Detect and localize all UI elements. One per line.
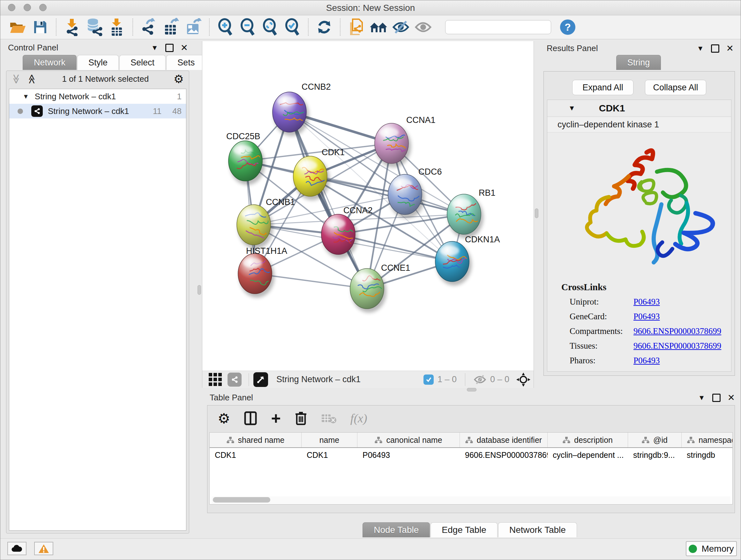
tab-node-table[interactable]: Node Table — [362, 522, 430, 537]
panel-menu-icon[interactable]: ▼ — [698, 394, 705, 402]
network-node[interactable] — [435, 241, 472, 286]
column-network-icon — [642, 436, 650, 443]
expand-all-button[interactable]: Expand All — [572, 80, 633, 95]
column-header-database-identifier[interactable]: database identifier — [460, 433, 548, 447]
search-input[interactable] — [449, 22, 549, 32]
hide-selected-button[interactable] — [392, 17, 410, 37]
create-column-plus-icon[interactable]: + — [271, 410, 280, 427]
help-button[interactable]: ? — [560, 19, 576, 35]
network-row[interactable]: String Network – cdk1 11 48 — [9, 104, 186, 118]
expand-all-networks-icon[interactable]: ≫ — [11, 74, 22, 84]
tab-network-table[interactable]: Network Table — [498, 522, 577, 537]
eye-icon — [414, 20, 432, 34]
collapse-all-button[interactable]: Collapse All — [645, 80, 706, 95]
zoom-fit-button[interactable] — [261, 17, 279, 37]
network-collection-row[interactable]: ▼ String Network – cdk1 1 — [9, 89, 186, 104]
bottom-splitter-handle[interactable] — [467, 388, 476, 391]
zoom-selected-button[interactable] — [283, 17, 301, 37]
left-splitter-handle[interactable] — [198, 285, 201, 295]
search-box[interactable] — [445, 20, 551, 34]
column-header-@id[interactable]: @id — [628, 433, 682, 447]
network-view-toolbar: String Network – cdk1 1 – 0 0 – 0 — [202, 371, 534, 388]
network-edge[interactable] — [289, 112, 367, 289]
network-node[interactable] — [228, 141, 265, 185]
section-collapse-icon[interactable]: ▼ — [568, 104, 576, 112]
network-node[interactable] — [350, 268, 387, 313]
panel-menu-icon[interactable]: ▼ — [151, 44, 158, 52]
panel-close-icon[interactable]: ✕ — [181, 43, 188, 53]
panel-float-icon[interactable] — [165, 44, 174, 52]
cloud-status-button[interactable] — [7, 542, 26, 555]
fit-selected-crosshair-icon[interactable] — [516, 373, 530, 387]
column-header-description[interactable]: description — [548, 433, 628, 447]
panel-float-icon[interactable] — [712, 394, 721, 402]
network-node[interactable] — [321, 214, 358, 258]
column-header-canonical-name[interactable]: canonical name — [357, 433, 460, 447]
crosslink-link[interactable]: 9606.ENSP00000378699 — [633, 326, 721, 336]
refresh-layout-button[interactable] — [315, 17, 333, 37]
open-session-button[interactable] — [9, 17, 27, 37]
warning-icon — [38, 544, 49, 553]
tab-style[interactable]: Style — [77, 55, 119, 70]
warnings-button[interactable] — [34, 542, 53, 555]
table-panel: Table Panel ▼ ✕ ⚙ + — [202, 392, 738, 539]
crosslink-link[interactable]: P06493 — [633, 297, 660, 307]
crosslink-label: Uniprot: — [569, 297, 633, 307]
delete-column-trash-icon[interactable] — [295, 411, 307, 426]
crosslink-label: Compartments: — [569, 326, 633, 336]
zoom-in-button[interactable] — [216, 17, 234, 37]
network-node[interactable] — [238, 253, 274, 298]
column-header-shared-name[interactable]: shared name — [210, 433, 301, 447]
show-columns-icon[interactable] — [244, 411, 257, 425]
save-session-button[interactable] — [31, 17, 50, 37]
table-options-gear-icon[interactable]: ⚙ — [218, 410, 230, 427]
network-node[interactable] — [293, 156, 330, 200]
column-header-namespace[interactable]: namespace — [682, 433, 733, 447]
birds-eye-view-button[interactable] — [253, 372, 268, 387]
crosslink-link[interactable]: P06493 — [633, 312, 660, 321]
network-node[interactable] — [447, 194, 483, 238]
zoom-out-button[interactable] — [239, 17, 257, 37]
home-button[interactable] — [369, 17, 388, 37]
panel-menu-icon[interactable]: ▼ — [697, 44, 704, 53]
import-network-database-button[interactable] — [85, 17, 104, 37]
tab-network[interactable]: Network — [23, 55, 77, 70]
table-row[interactable]: CDK1CDK1P064939606.ENSP00000378699cyclin… — [210, 448, 732, 462]
tab-select[interactable]: Select — [119, 55, 165, 70]
import-table-button[interactable] — [108, 17, 126, 37]
tab-string[interactable]: String — [616, 55, 661, 70]
crosslink-link[interactable]: P06493 — [633, 356, 660, 366]
panel-float-icon[interactable] — [711, 44, 719, 53]
network-node[interactable] — [388, 174, 424, 219]
tab-sets[interactable]: Sets — [166, 55, 206, 70]
network-view: CCNB2CCNA1CDC25BCDK1CDC6RB1CCNB1CCNA2CDK… — [202, 41, 534, 388]
table-horizontal-scrollbar — [212, 496, 731, 503]
export-network-button[interactable] — [139, 17, 158, 37]
crosslink-link[interactable]: 9606.ENSP00000378699 — [633, 341, 721, 351]
import-network-file-button[interactable] — [63, 17, 81, 37]
tab-edge-table[interactable]: Edge Table — [430, 522, 497, 537]
network-node[interactable] — [375, 123, 411, 167]
scrollbar-thumb[interactable] — [213, 497, 270, 503]
network-view-share-icon[interactable] — [227, 373, 242, 387]
collection-expand-icon[interactable]: ▼ — [23, 93, 29, 100]
network-canvas[interactable]: CCNB2CCNA1CDC25BCDK1CDC6RB1CCNB1CCNA2CDK… — [202, 41, 534, 371]
network-edge-count: 48 — [172, 106, 182, 116]
column-header-name[interactable]: name — [301, 433, 357, 447]
panel-close-icon[interactable]: ✕ — [726, 43, 734, 54]
selected-nodes-checkbox[interactable] — [423, 374, 434, 385]
network-options-gear-icon[interactable]: ⚙ — [174, 72, 184, 85]
show-all-button[interactable] — [414, 17, 432, 37]
memory-button[interactable]: Memory — [686, 541, 737, 556]
clone-network-button[interactable] — [347, 17, 365, 37]
document-share-icon — [348, 18, 364, 37]
collapse-all-networks-icon[interactable]: ≪ — [27, 74, 38, 84]
export-image-button[interactable] — [184, 17, 203, 37]
panel-close-icon[interactable]: ✕ — [728, 392, 735, 403]
right-splitter-handle[interactable] — [535, 208, 538, 218]
gene-description: cyclin–dependent kinase 1 — [547, 117, 731, 132]
grid-mode-icon[interactable] — [209, 373, 222, 386]
export-table-button[interactable] — [162, 17, 180, 37]
status-bar: Memory — [0, 538, 741, 560]
network-node[interactable] — [273, 92, 309, 136]
